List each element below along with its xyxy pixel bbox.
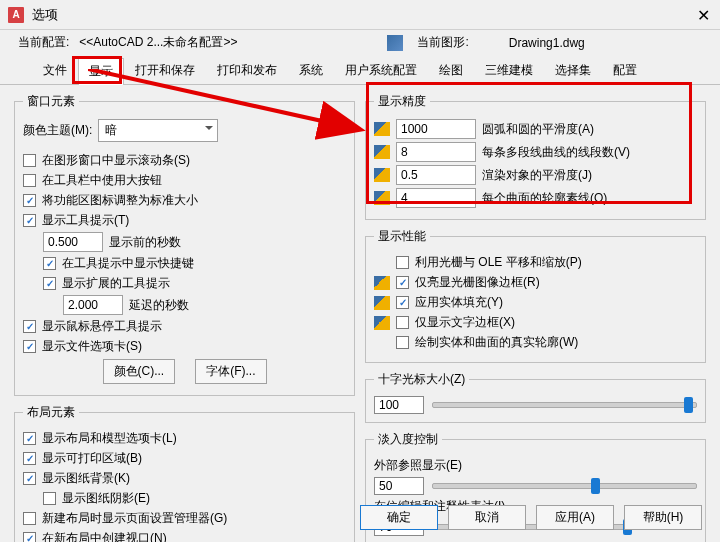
tab-display[interactable]: 显示 [78, 58, 124, 85]
chk-hover-tooltip[interactable] [23, 320, 36, 333]
tab-selection[interactable]: 选择集 [544, 57, 602, 84]
group-display-resolution-title: 显示精度 [374, 93, 430, 110]
dwg-icon [374, 316, 390, 330]
lbl-raster-frame: 仅亮显光栅图像边框(R) [415, 274, 540, 291]
dwg-icon [374, 145, 390, 159]
chk-raster-frame[interactable] [396, 276, 409, 289]
chk-file-tabs[interactable] [23, 340, 36, 353]
lbl-solid-fill: 应用实体填充(Y) [415, 294, 503, 311]
current-drawing-value: Drawing1.dwg [509, 36, 585, 50]
chk-text-boundary[interactable] [396, 316, 409, 329]
chk-paper-bg[interactable] [23, 472, 36, 485]
tab-files[interactable]: 文件 [32, 57, 78, 84]
xref-fade-label: 外部参照显示(E) [374, 457, 697, 474]
arc-smoothness-label: 圆弧和圆的平滑度(A) [482, 121, 594, 138]
lbl-large-buttons: 在工具栏中使用大按钮 [42, 172, 162, 189]
current-profile-label: 当前配置: [18, 34, 69, 51]
chk-large-buttons[interactable] [23, 174, 36, 187]
apply-button[interactable]: 应用(A) [536, 505, 614, 530]
fonts-button[interactable]: 字体(F)... [195, 359, 266, 384]
lbl-tooltip-shortcut: 在工具提示中显示快捷键 [62, 255, 194, 272]
lbl-scrollbars: 在图形窗口中显示滚动条(S) [42, 152, 190, 169]
chk-tooltip-extended[interactable] [43, 277, 56, 290]
xref-fade-slider[interactable] [432, 477, 697, 495]
lbl-text-boundary: 仅显示文字边框(X) [415, 314, 515, 331]
lbl-file-tabs: 显示文件选项卡(S) [42, 338, 142, 355]
tooltip-ext-delay-label: 延迟的秒数 [129, 297, 189, 314]
chk-solid-fill[interactable] [396, 296, 409, 309]
dwg-icon [374, 191, 390, 205]
color-theme-label: 颜色主题(M): [23, 122, 92, 139]
lbl-tooltip-extended: 显示扩展的工具提示 [62, 275, 170, 292]
lbl-paper-bg: 显示图纸背景(K) [42, 470, 130, 487]
colors-button[interactable]: 颜色(C)... [103, 359, 176, 384]
crosshair-size-input[interactable]: 100 [374, 396, 424, 414]
lbl-ole-pan-zoom: 利用光栅与 OLE 平移和缩放(P) [415, 254, 582, 271]
crosshair-size-slider[interactable] [432, 396, 697, 414]
group-fade-control-title: 淡入度控制 [374, 431, 442, 448]
chk-layout-tabs[interactable] [23, 432, 36, 445]
current-drawing-label: 当前图形: [417, 34, 468, 51]
xref-fade-input[interactable]: 50 [374, 477, 424, 495]
lbl-printable-area: 显示可打印区域(B) [42, 450, 142, 467]
tooltip-delay-input[interactable]: 0.500 [43, 232, 103, 252]
chk-tooltips[interactable] [23, 214, 36, 227]
cancel-button[interactable]: 取消 [448, 505, 526, 530]
dwg-icon [387, 35, 403, 51]
tab-system[interactable]: 系统 [288, 57, 334, 84]
chk-tooltip-shortcut[interactable] [43, 257, 56, 270]
color-theme-dropdown[interactable]: 暗 [98, 119, 218, 142]
tab-drafting[interactable]: 绘图 [428, 57, 474, 84]
lbl-tooltips: 显示工具提示(T) [42, 212, 129, 229]
render-smoothness-label: 渲染对象的平滑度(J) [482, 167, 592, 184]
chk-printable-area[interactable] [23, 452, 36, 465]
tab-user-prefs[interactable]: 用户系统配置 [334, 57, 428, 84]
dwg-icon [374, 168, 390, 182]
tooltip-delay-label: 显示前的秒数 [109, 234, 181, 251]
polyline-segs-input[interactable]: 8 [396, 142, 476, 162]
chk-ribbon-std-size[interactable] [23, 194, 36, 207]
group-display-resolution: 显示精度 1000圆弧和圆的平滑度(A) 8每条多段线曲线的线段数(V) 0.5… [365, 93, 706, 220]
ok-button[interactable]: 确定 [360, 505, 438, 530]
lbl-layout-tabs: 显示布局和模型选项卡(L) [42, 430, 177, 447]
dwg-icon [374, 276, 390, 290]
tab-3d-modeling[interactable]: 三维建模 [474, 57, 544, 84]
dialog-title: 选项 [32, 6, 58, 24]
group-display-performance-title: 显示性能 [374, 228, 430, 245]
group-layout-elements-title: 布局元素 [23, 404, 79, 421]
contour-lines-label: 每个曲面的轮廓素线(O) [482, 190, 607, 207]
close-button[interactable]: ✕ [697, 6, 710, 25]
chk-true-silhouettes[interactable] [396, 336, 409, 349]
chk-ole-pan-zoom[interactable] [396, 256, 409, 269]
polyline-segs-label: 每条多段线曲线的线段数(V) [482, 144, 630, 161]
help-button[interactable]: 帮助(H) [624, 505, 702, 530]
dwg-icon [374, 122, 390, 136]
tab-bar: 文件 显示 打开和保存 打印和发布 系统 用户系统配置 绘图 三维建模 选择集 … [0, 57, 720, 85]
dwg-icon [374, 296, 390, 310]
lbl-ribbon-std-size: 将功能区图标调整为标准大小 [42, 192, 198, 209]
tooltip-ext-delay-input[interactable]: 2.000 [63, 295, 123, 315]
tab-open-save[interactable]: 打开和保存 [124, 57, 206, 84]
lbl-hover-tooltip: 显示鼠标悬停工具提示 [42, 318, 162, 335]
group-crosshair-size: 十字光标大小(Z) 100 [365, 371, 706, 423]
lbl-true-silhouettes: 绘制实体和曲面的真实轮廓(W) [415, 334, 578, 351]
chk-scrollbars[interactable] [23, 154, 36, 167]
group-crosshair-size-title: 十字光标大小(Z) [374, 371, 469, 388]
app-icon: A [8, 7, 24, 23]
arc-smoothness-input[interactable]: 1000 [396, 119, 476, 139]
contour-lines-input[interactable]: 4 [396, 188, 476, 208]
group-window-elements: 窗口元素 颜色主题(M): 暗 在图形窗口中显示滚动条(S) 在工具栏中使用大按… [14, 93, 355, 396]
group-window-elements-title: 窗口元素 [23, 93, 79, 110]
group-display-performance: 显示性能 利用光栅与 OLE 平移和缩放(P) 仅亮显光栅图像边框(R) 应用实… [365, 228, 706, 363]
render-smoothness-input[interactable]: 0.5 [396, 165, 476, 185]
tab-plot-publish[interactable]: 打印和发布 [206, 57, 288, 84]
tab-profiles[interactable]: 配置 [602, 57, 648, 84]
current-profile-value: <<AutoCAD 2...未命名配置>> [79, 34, 237, 51]
